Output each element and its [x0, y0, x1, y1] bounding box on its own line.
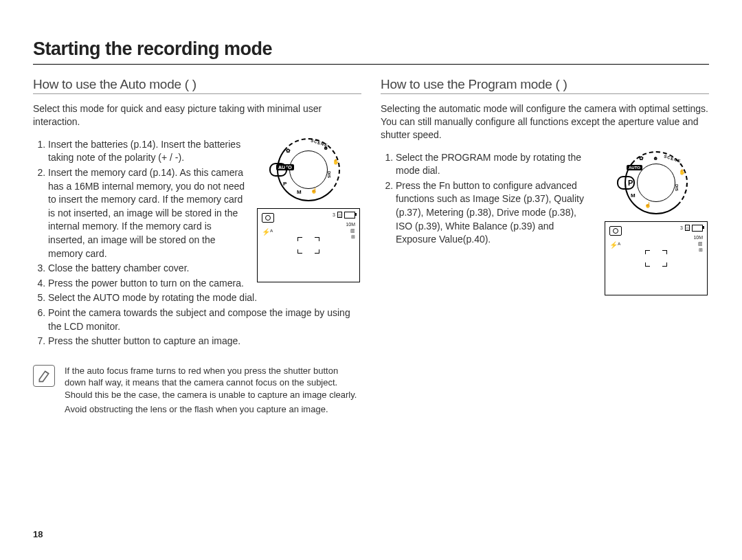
dial-icon-video: ✿ — [286, 148, 291, 154]
resolution-indicator: 10M — [693, 234, 703, 240]
page-title: Starting the recording mode — [33, 38, 709, 60]
dial-label-dis: DIS — [327, 171, 331, 178]
right-column: How to use the Program mode ( ) Selectin… — [381, 77, 709, 416]
dial-icon-video: ✿ — [639, 155, 644, 161]
auto-mode-steps-cont: Select the AUTO mode by rotating the mod… — [33, 291, 361, 348]
list-item: Point the camera towards the subject and… — [48, 306, 361, 333]
dial-pointer-ring — [617, 176, 635, 190]
dial-icon-dis: ✋ — [679, 169, 686, 175]
note-text: If the auto focus frame turns to red whe… — [65, 365, 361, 401]
quality-icon: ▥ — [346, 227, 355, 234]
dial-icon-face: ☻ — [653, 155, 658, 161]
note-box: If the auto focus frame turns to red whe… — [33, 365, 361, 416]
auto-mode-heading: How to use the Auto mode ( ) — [33, 77, 361, 92]
list-item: Press the shutter button to capture an i… — [48, 335, 361, 348]
shot-count: 3 — [333, 212, 335, 217]
list-item: Press the Fn button to conﬁgure advanced… — [396, 179, 595, 247]
resolution-indicator: 10M — [346, 221, 355, 227]
quality-icon: ▥ — [693, 240, 703, 247]
flash-auto-icon: ⚡ᴬ — [609, 241, 620, 249]
list-item: Close the battery chamber cover. — [48, 262, 247, 276]
battery-icon — [692, 225, 703, 232]
left-column: How to use the Auto mode ( ) Select this… — [33, 77, 361, 416]
metering-icon: ⊞ — [693, 247, 703, 253]
dial-auto-badge: AUTO — [627, 165, 642, 170]
auto-mode-intro: Select this mode for quick and easy pict… — [33, 102, 361, 128]
lcd-preview-program: ⚡ᴬ 3 ▯ 10M ▥ ⊞ — [605, 221, 708, 295]
auto-mode-steps: Insert the batteries (p.14). Insert the … — [33, 138, 247, 292]
program-mode-rule — [381, 93, 709, 94]
list-item: Press the power button to turn on the ca… — [48, 277, 247, 291]
list-item: Insert the memory card (p.14). As this c… — [48, 166, 247, 260]
camera-icon — [609, 226, 622, 236]
camera-icon — [262, 213, 274, 223]
battery-icon — [344, 212, 355, 219]
dial-icon-hand: ☝ — [311, 188, 317, 194]
memory-icon: ▯ — [685, 225, 690, 231]
dial-icon-hand: ☝ — [644, 202, 651, 208]
list-item: Select the PROGRAM mode by rotating the … — [396, 151, 595, 178]
flash-auto-icon: ⚡ᴬ — [262, 228, 273, 236]
dial-pointer-ring — [269, 163, 287, 177]
metering-icon: ⊞ — [346, 234, 355, 240]
lcd-preview-auto: ⚡ᴬ 3 ▯ 10M ▥ ⊞ — [257, 208, 360, 282]
dial-icon-scene: ☻ — [323, 145, 328, 151]
shot-count: 3 — [680, 225, 683, 230]
program-mode-steps: Select the PROGRAM mode by rotating the … — [381, 151, 595, 248]
memory-icon: ▯ — [337, 212, 342, 218]
note-text: Avoid obstructing the lens or the ﬂash w… — [65, 403, 361, 416]
focus-frame — [297, 237, 319, 254]
list-item: Select the AUTO mode by rotating the mod… — [48, 291, 361, 305]
note-icon — [33, 365, 55, 387]
title-rule — [33, 64, 709, 65]
list-item: Insert the batteries (p.14). Insert the … — [48, 138, 247, 165]
dial-icon-dis: ✋ — [333, 159, 339, 165]
dial-label-m: M — [297, 189, 302, 195]
mode-dial-figure-program: P AUTO SCENE M DIS ✿ ☻ ✋ ☝ — [618, 151, 694, 214]
focus-frame — [645, 250, 667, 267]
page-number: 18 — [33, 529, 43, 539]
dial-label-m: M — [631, 192, 636, 199]
dial-label-dis: DIS — [675, 184, 679, 191]
auto-mode-rule — [33, 93, 361, 94]
dial-label-p: P — [283, 181, 286, 187]
program-mode-heading: How to use the Program mode ( ) — [381, 77, 709, 92]
mode-dial-figure-auto: AUTO SCENE P M DIS ✿ ☻ ✋ ☝ — [271, 138, 346, 201]
program-mode-intro: Selecting the automatic mode will conﬁgu… — [381, 102, 709, 142]
